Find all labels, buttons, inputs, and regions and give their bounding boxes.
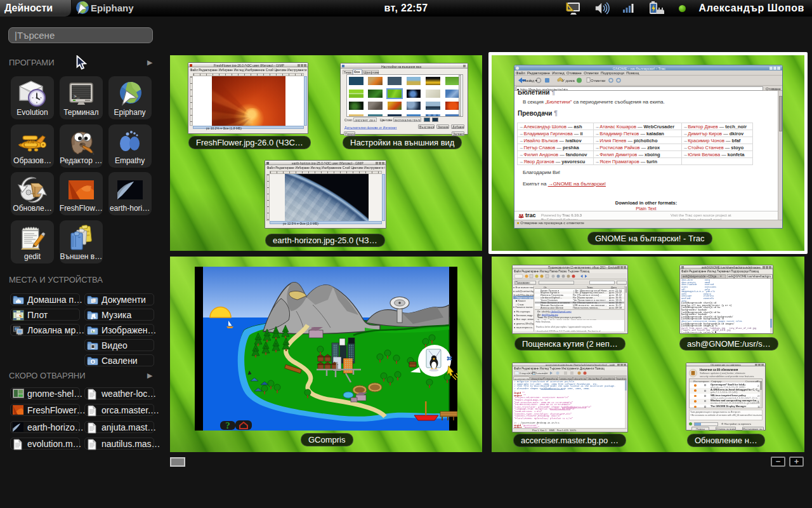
svg-text:?: ? bbox=[225, 420, 230, 431]
svg-text:>_: >_ bbox=[74, 93, 80, 99]
